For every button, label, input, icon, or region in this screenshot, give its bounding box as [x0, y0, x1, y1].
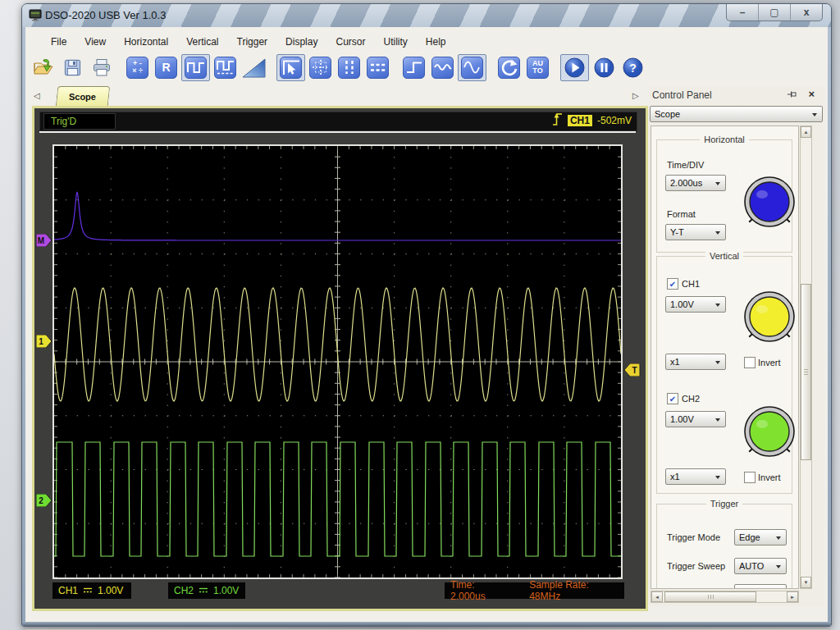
horizontal-scroll-thumb[interactable] — [664, 591, 756, 602]
marker-t[interactable]: T — [624, 363, 641, 377]
toolbar-wave-button[interactable] — [429, 55, 456, 80]
trigger-status-bar: Trig'D CH1 -502mV — [39, 112, 637, 131]
ch1-checkbox[interactable]: ✔ — [667, 278, 678, 290]
menu-item-view[interactable]: View — [75, 34, 115, 50]
toolbar-sine-button[interactable] — [458, 54, 486, 81]
trigger-mode-dropdown[interactable]: Edge — [734, 529, 787, 546]
pulse-icon — [186, 59, 206, 75]
vertical-cursors-icon — [340, 59, 359, 75]
title-bar[interactable]: DSO-2020 USB Ver 1.0.3 – ▢ x — [22, 4, 831, 27]
maximize-button[interactable]: ▢ — [758, 4, 790, 21]
marker-1[interactable]: 1 — [36, 335, 52, 348]
horizontal-scrollbar[interactable]: ◄ ► — [651, 591, 799, 603]
tab-scope[interactable]: Scope — [56, 86, 111, 107]
dc-coupling-icon — [199, 585, 208, 596]
trigger-sweep-label: Trigger Sweep — [667, 561, 725, 571]
toolbar-pause-button[interactable] — [591, 55, 618, 80]
ch2-scale-dropdown[interactable]: 1.00V — [665, 411, 726, 427]
ch2-checkbox[interactable]: ✔ — [667, 393, 678, 404]
ramp-icon — [241, 57, 267, 79]
trigger-source-dropdown[interactable]: CH1 — [734, 584, 787, 589]
ch2-checkbox-label: CH2 — [682, 394, 700, 404]
toolbar-edge-trigger-button[interactable] — [400, 55, 427, 80]
panel-close-icon[interactable]: × — [808, 88, 815, 100]
menu-item-vertical[interactable]: Vertical — [177, 34, 227, 50]
svg-text:1: 1 — [39, 337, 43, 346]
toolbar-pulse-button[interactable] — [181, 54, 210, 81]
pulse-width-icon — [216, 59, 235, 75]
toolbar-group — [400, 54, 488, 81]
marker-2[interactable]: 2 — [36, 494, 52, 507]
format-dropdown[interactable]: Y-T — [665, 224, 726, 240]
menu-item-display[interactable]: Display — [276, 34, 326, 50]
control-panel-title: Control Panel — [652, 89, 712, 101]
toolbar-grid-button[interactable] — [307, 55, 334, 80]
menu-item-horizontal[interactable]: Horizontal — [115, 34, 177, 50]
auto-setup-icon: AUTO — [532, 60, 543, 75]
minimize-button[interactable]: – — [727, 4, 758, 21]
waveform-display — [52, 144, 623, 579]
ch1-invert-checkbox[interactable] — [744, 357, 756, 368]
toolbar-horizontal-cursors-button[interactable] — [364, 55, 391, 80]
toolbar-help-button[interactable]: ? — [619, 55, 646, 80]
ch2-knob[interactable] — [740, 402, 799, 461]
pin-icon[interactable] — [787, 89, 797, 102]
trigger-readout: CH1 -502mV — [552, 113, 632, 128]
close-button[interactable]: x — [790, 4, 822, 21]
toolbar-cursor-button[interactable] — [276, 54, 305, 81]
scroll-left-icon[interactable]: ◄ — [651, 591, 663, 602]
menu-item-trigger[interactable]: Trigger — [228, 34, 277, 50]
toolbar-refresh-button[interactable] — [495, 55, 523, 80]
menu-bar: FileViewHorizontalVerticalTriggerDisplay… — [25, 32, 828, 52]
panel-selector-dropdown[interactable]: Scope — [650, 106, 823, 122]
ch1-knob[interactable] — [740, 287, 799, 346]
wave-icon — [433, 59, 453, 75]
trigger-sweep-dropdown[interactable]: AUTO — [734, 558, 787, 574]
client-area: FileViewHorizontalVerticalTriggerDisplay… — [25, 27, 828, 623]
ch2-invert-checkbox[interactable] — [744, 472, 756, 483]
menu-item-file[interactable]: File — [42, 34, 75, 50]
toolbar-group — [276, 54, 393, 81]
ch1-scale-dropdown[interactable]: 1.00V — [665, 296, 726, 313]
toolbar-reference-button[interactable]: R — [153, 55, 180, 80]
ch1-scale-readout: CH1 1.00V — [52, 582, 131, 599]
ch2-probe-dropdown[interactable]: x1 — [665, 468, 726, 485]
tab-scroll-left-icon[interactable]: ◁ — [34, 91, 40, 100]
toolbar-math-button[interactable]: + -× ÷ — [124, 55, 151, 80]
horizontal-knob[interactable] — [740, 172, 799, 231]
toolbar-save-button[interactable] — [59, 55, 86, 80]
control-panel-content: Horizontal Time/DIV 2.000us Format Y-T V… — [651, 126, 799, 589]
menu-item-utility[interactable]: Utility — [374, 34, 416, 50]
menu-item-cursor[interactable]: Cursor — [326, 34, 374, 50]
scroll-up-icon[interactable]: ▲ — [801, 126, 811, 138]
scope-graticule-and-traces — [54, 146, 621, 578]
trigger-source-badge: CH1 — [568, 115, 592, 126]
vertical-scrollbar[interactable]: ▲ ▼ — [800, 126, 812, 589]
pause-icon — [593, 57, 615, 79]
sine-icon — [463, 59, 482, 75]
tab-scroll-right-icon[interactable]: ▷ — [632, 91, 639, 100]
scope-panel: Trig'D CH1 -502mV M12T CH1 1.00V — [32, 106, 648, 611]
menu-item-help[interactable]: Help — [417, 34, 455, 50]
ch1-invert-label: Invert — [758, 358, 781, 368]
toolbar-auto-setup-button[interactable]: AUTO — [524, 55, 551, 80]
rising-edge-icon — [552, 112, 563, 130]
run-icon — [564, 57, 586, 79]
horizontal-legend: Horizontal — [700, 135, 749, 144]
toolbar-vertical-cursors-button[interactable] — [336, 55, 363, 80]
toolbar-print-button[interactable] — [88, 55, 115, 80]
time-value: Time: 2.000us — [450, 579, 509, 602]
time-div-dropdown[interactable]: 2.000us — [665, 175, 726, 191]
toolbar-open-button[interactable] — [30, 55, 57, 80]
scroll-right-icon[interactable]: ► — [787, 591, 798, 602]
grid-icon — [311, 59, 331, 75]
toolbar-run-button[interactable] — [560, 54, 589, 81]
toolbar-pulse-width-button[interactable] — [212, 55, 239, 80]
ch1-probe-dropdown[interactable]: x1 — [665, 354, 726, 370]
vertical-scroll-thumb[interactable] — [801, 284, 811, 460]
toolbar: + -× ÷RAUTO? — [25, 52, 828, 83]
scroll-down-icon[interactable]: ▼ — [801, 577, 811, 588]
toolbar-ramp-button[interactable] — [240, 55, 267, 80]
marker-m[interactable]: M — [36, 234, 52, 247]
control-panel: Control Panel × Scope Horizontal Time/DI… — [649, 86, 824, 606]
